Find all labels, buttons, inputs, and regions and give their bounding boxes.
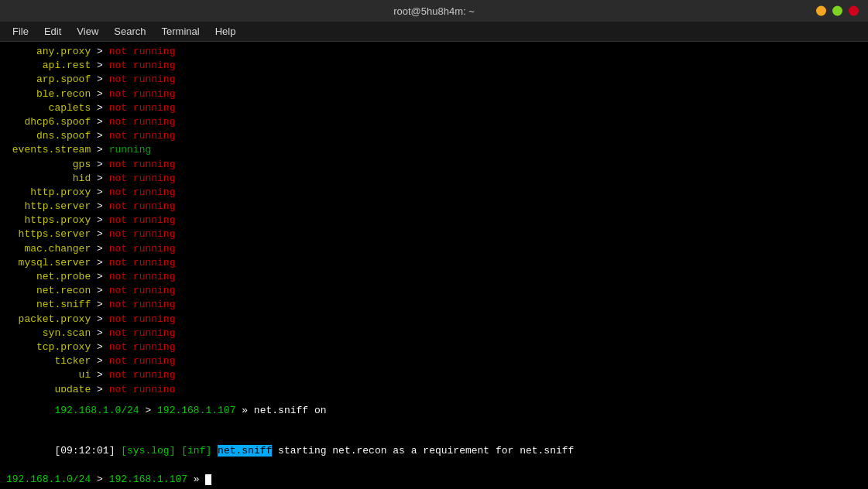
- module-arrow: >: [91, 173, 108, 184]
- module-line: events.stream > running: [6, 143, 862, 157]
- module-line: net.recon > not running: [6, 284, 862, 298]
- module-name: https.proxy: [6, 214, 91, 226]
- module-name: packet.proxy: [6, 313, 91, 325]
- module-status: not running: [109, 159, 176, 170]
- module-arrow: >: [91, 186, 108, 198]
- module-line: http.proxy > not running: [6, 186, 862, 200]
- module-line: any.proxy > not running: [6, 45, 862, 59]
- module-line: arp.spoof > not running: [6, 73, 862, 87]
- module-line: ble.recon > not running: [6, 87, 862, 101]
- module-line: http.server > not running: [6, 200, 862, 214]
- module-name: gps: [6, 159, 91, 170]
- module-status: not running: [109, 228, 176, 240]
- module-line: dns.spoof > not running: [6, 129, 862, 143]
- module-name: any.proxy: [6, 46, 91, 57]
- close-button[interactable]: [849, 6, 859, 16]
- menu-help[interactable]: Help: [209, 24, 242, 39]
- minimize-button[interactable]: [816, 6, 826, 16]
- module-line: net.probe > not running: [6, 270, 862, 284]
- log-netsniff: net.sniff: [218, 445, 272, 457]
- prompt-arrow1: >: [139, 405, 157, 416]
- module-arrow: >: [91, 243, 108, 255]
- module-line: https.proxy > not running: [6, 214, 862, 227]
- module-status: not running: [109, 173, 176, 184]
- module-arrow: >: [91, 271, 108, 282]
- module-status: not running: [109, 313, 176, 325]
- input-prompt-cmd-arrow: »: [187, 474, 205, 485]
- module-arrow: >: [91, 327, 108, 339]
- module-name: dhcp6.spoof: [6, 116, 91, 128]
- input-prompt-ip-range: 192.168.1.0/24: [6, 474, 91, 485]
- module-status: not running: [109, 46, 176, 57]
- menu-file[interactable]: File: [6, 24, 35, 39]
- log-syslog: [sys.log]: [121, 445, 181, 457]
- module-name: caplets: [6, 102, 91, 114]
- module-line: api.rest > not running: [6, 59, 862, 73]
- module-name: ticker: [6, 355, 91, 367]
- module-arrow: >: [91, 369, 108, 381]
- menu-view[interactable]: View: [70, 24, 105, 39]
- module-status: not running: [109, 257, 176, 268]
- module-status: not running: [109, 74, 176, 85]
- module-arrow: >: [91, 144, 108, 156]
- module-line: https.server > not running: [6, 227, 862, 241]
- input-prompt-line[interactable]: 192.168.1.0/24 > 192.168.1.107 »: [6, 473, 862, 486]
- module-name: hid: [6, 173, 91, 184]
- module-name: mac.changer: [6, 243, 91, 255]
- module-name: update: [6, 384, 91, 393]
- terminal[interactable]: any.proxy > not running api.rest > not r…: [0, 42, 868, 489]
- module-status: running: [109, 144, 152, 156]
- module-name: ble.recon: [6, 88, 91, 100]
- module-status: not running: [109, 271, 176, 282]
- module-status: not running: [109, 369, 176, 381]
- module-status: not running: [109, 214, 176, 226]
- module-status: not running: [109, 299, 176, 310]
- module-status: not running: [109, 327, 176, 339]
- input-prompt-ip: 192.168.1.107: [109, 474, 187, 485]
- module-arrow: >: [91, 355, 108, 367]
- module-arrow: >: [91, 384, 108, 393]
- module-line: caplets > not running: [6, 101, 862, 115]
- module-arrow: >: [91, 285, 108, 296]
- module-status: not running: [109, 200, 176, 212]
- module-arrow: >: [91, 130, 108, 142]
- module-status: not running: [109, 116, 176, 128]
- module-status: not running: [109, 355, 176, 367]
- module-line: ticker > not running: [6, 354, 862, 368]
- module-line: syn.scan > not running: [6, 327, 862, 340]
- bottom-area: 192.168.1.0/24 > 192.168.1.107 » net.sni…: [6, 392, 862, 486]
- module-arrow: >: [91, 341, 108, 353]
- module-arrow: >: [91, 313, 108, 325]
- prompt-ip: 192.168.1.107: [157, 405, 235, 416]
- terminal-output: any.proxy > not running api.rest > not r…: [6, 45, 862, 392]
- log-message: starting net.recon as a requirement for …: [272, 445, 574, 457]
- module-line: mysql.server > not running: [6, 256, 862, 270]
- module-name: syn.scan: [6, 327, 91, 339]
- module-name: net.sniff: [6, 299, 91, 310]
- prompt-ip-range: 192.168.1.0/24: [54, 405, 139, 416]
- menu-terminal[interactable]: Terminal: [156, 24, 206, 39]
- module-arrow: >: [91, 88, 108, 100]
- module-line: gps > not running: [6, 158, 862, 172]
- module-arrow: >: [91, 159, 108, 170]
- module-line: mac.changer > not running: [6, 242, 862, 256]
- module-arrow: >: [91, 299, 108, 310]
- log-line: [09:12:01] [sys.log] [inf] net.sniff sta…: [6, 429, 862, 473]
- module-arrow: >: [91, 257, 108, 268]
- module-name: net.recon: [6, 285, 91, 296]
- module-line: ui > not running: [6, 368, 862, 382]
- module-name: tcp.proxy: [6, 341, 91, 353]
- prompt-cmd: » net.sniff on: [235, 405, 326, 416]
- module-name: dns.spoof: [6, 130, 91, 142]
- module-line: net.sniff > not running: [6, 298, 862, 312]
- menu-search[interactable]: Search: [108, 24, 152, 39]
- module-arrow: >: [91, 102, 108, 114]
- module-arrow: >: [91, 200, 108, 212]
- maximize-button[interactable]: [832, 6, 842, 16]
- module-line: hid > not running: [6, 172, 862, 186]
- module-line: packet.proxy > not running: [6, 313, 862, 327]
- module-line: update > not running: [6, 383, 862, 393]
- menu-edit[interactable]: Edit: [38, 24, 67, 39]
- module-name: http.proxy: [6, 186, 91, 198]
- command-history-line: 192.168.1.0/24 > 192.168.1.107 » net.sni…: [6, 392, 862, 429]
